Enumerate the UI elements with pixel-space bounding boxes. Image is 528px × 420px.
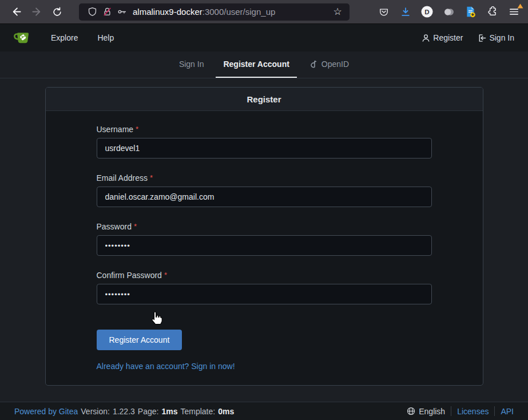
globe-icon (407, 407, 415, 415)
footer-left: Powered by Gitea Version: 1.22.3 Page: 1… (14, 407, 234, 416)
api-link[interactable]: API (501, 407, 514, 416)
template-time-label: Template: (180, 407, 215, 416)
nav-explore-label: Explore (51, 33, 78, 42)
url-path: :3000/user/sign_up (203, 7, 276, 17)
menu-alert-badge (517, 3, 523, 9)
privacy-extension-icon[interactable] (442, 5, 456, 19)
footer-divider (451, 406, 451, 416)
nav-help[interactable]: Help (97, 33, 114, 42)
confirm-password-label-text: Confirm Password (97, 271, 162, 280)
footer-divider (494, 406, 495, 416)
back-button[interactable] (7, 3, 25, 21)
tab-register-account[interactable]: Register Account (216, 51, 296, 78)
username-field-group: Username* (97, 125, 432, 159)
confirm-password-field-group: Confirm Password* (97, 271, 432, 304)
required-asterisk: * (150, 173, 153, 182)
register-box-header: Register (46, 88, 483, 111)
password-label-text: Password (97, 222, 132, 231)
register-title: Register (247, 94, 281, 104)
toolbar-extensions: D (376, 5, 522, 19)
email-label: Email Address* (97, 173, 432, 183)
confirm-password-label: Confirm Password* (97, 271, 432, 280)
powered-by-gitea-link[interactable]: Powered by Gitea (14, 407, 78, 416)
register-account-button[interactable]: Register Account (97, 330, 182, 350)
duckduckgo-extension-icon[interactable]: D (420, 5, 434, 19)
page-time-value: 1ms (161, 407, 177, 416)
tab-sign-in[interactable]: Sign In (172, 51, 212, 78)
reload-button[interactable] (48, 3, 66, 21)
gitea-logo[interactable] (14, 29, 31, 47)
language-selector[interactable]: English (407, 407, 445, 416)
email-label-text: Email Address (97, 173, 148, 183)
auth-tabs: Sign In Register Account OpenID (0, 51, 528, 78)
confirm-password-input[interactable] (97, 284, 432, 304)
required-asterisk: * (134, 222, 137, 231)
language-label: English (419, 407, 445, 416)
tab-openid-label: OpenID (321, 60, 349, 69)
nav-sign-in-label: Sign In (489, 33, 514, 42)
footer-right: English Licenses API (407, 406, 514, 416)
openid-icon (309, 60, 317, 69)
email-field-group: Email Address* (97, 173, 432, 207)
version-label: Version: (81, 407, 110, 416)
forward-arrow-icon (31, 6, 42, 17)
navbar-right: Register Sign In (422, 33, 514, 42)
url-host: almalinux9-docker (133, 7, 203, 17)
username-label: Username* (97, 125, 432, 134)
tab-register-account-label: Register Account (223, 60, 289, 69)
bookmark-star-icon[interactable]: ☆ (330, 5, 345, 19)
licenses-link[interactable]: Licenses (457, 407, 489, 416)
template-time-value: 0ms (218, 407, 234, 416)
nav-explore[interactable]: Explore (51, 33, 78, 42)
username-input[interactable] (97, 138, 432, 159)
reload-icon (52, 7, 62, 17)
footer: Powered by Gitea Version: 1.22.3 Page: 1… (0, 402, 528, 420)
email-input[interactable] (97, 187, 432, 207)
nav-sign-in[interactable]: Sign In (478, 33, 514, 42)
forward-button[interactable] (27, 3, 46, 21)
save-page-extension-icon[interactable] (463, 5, 478, 19)
person-icon (422, 34, 430, 42)
extensions-puzzle-icon[interactable] (485, 5, 499, 19)
password-input[interactable] (97, 235, 432, 256)
insecure-lock-icon[interactable] (100, 5, 114, 19)
register-box: Register Username* Email Address* Passwo… (45, 87, 483, 386)
key-icon[interactable] (114, 5, 129, 19)
url-bar[interactable]: almalinux9-docker:3000/user/sign_up ☆ (79, 3, 350, 21)
tab-sign-in-label: Sign In (179, 60, 204, 69)
shield-icon[interactable] (85, 5, 100, 19)
nav-register[interactable]: Register (422, 33, 463, 42)
browser-window: almalinux9-docker:3000/user/sign_up ☆ D (0, 0, 528, 420)
page-time-label: Page: (138, 407, 159, 416)
menu-hamburger-icon[interactable] (507, 5, 521, 19)
sign-in-icon (478, 34, 486, 42)
username-label-text: Username (97, 125, 134, 134)
required-asterisk: * (164, 271, 167, 279)
version-value: 1.22.3 (113, 407, 135, 416)
sign-in-now-link[interactable]: Already have an account? Sign in now! (97, 362, 432, 371)
nav-help-label: Help (97, 33, 114, 42)
password-label: Password* (97, 222, 432, 231)
back-arrow-icon (11, 6, 22, 17)
svg-text:D: D (424, 9, 429, 15)
page-content: Register Username* Email Address* Passwo… (0, 78, 528, 402)
downloads-icon[interactable] (398, 5, 412, 19)
register-form: Username* Email Address* Password* Confi… (46, 111, 483, 385)
url-text: almalinux9-docker:3000/user/sign_up (133, 7, 330, 17)
pocket-icon[interactable] (376, 5, 391, 19)
nav-register-label: Register (433, 33, 463, 42)
browser-toolbar: almalinux9-docker:3000/user/sign_up ☆ D (0, 0, 528, 24)
gitea-navbar: Explore Help Register Sign In (0, 24, 528, 51)
tab-openid[interactable]: OpenID (301, 51, 356, 78)
password-field-group: Password* (97, 222, 432, 256)
required-asterisk: * (136, 125, 138, 133)
